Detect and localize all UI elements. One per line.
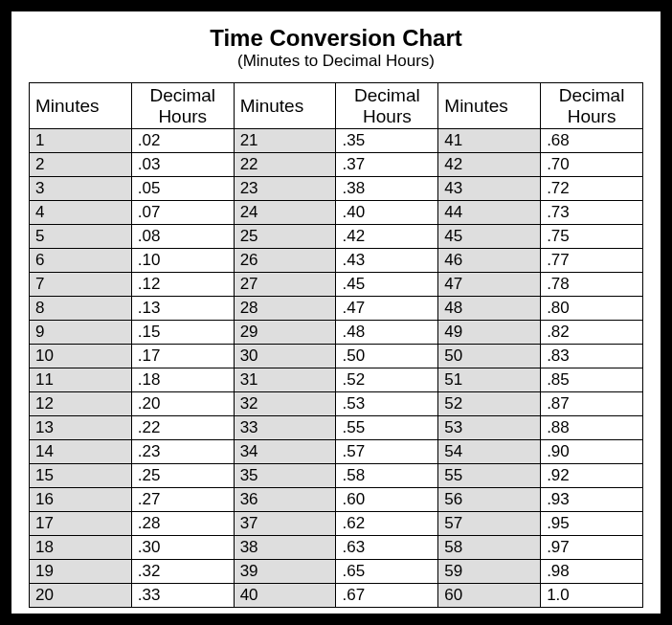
cell-decimal: .37 — [336, 153, 438, 177]
table-row: 10.1730.5050.83 — [30, 345, 643, 368]
cell-decimal: .80 — [541, 297, 643, 321]
cell-minutes: 3 — [30, 177, 132, 201]
table-row: 16.2736.6056.93 — [30, 488, 643, 512]
cell-minutes: 55 — [438, 464, 541, 488]
cell-decimal: .72 — [541, 177, 643, 201]
cell-minutes: 25 — [234, 225, 336, 249]
table-row: 17.2837.6257.95 — [30, 512, 643, 536]
cell-decimal: .42 — [336, 225, 438, 249]
table-row: 19.3239.6559.98 — [30, 560, 643, 584]
table-row: 15.2535.5855.92 — [30, 464, 643, 488]
cell-minutes: 46 — [438, 249, 541, 273]
cell-minutes: 49 — [438, 321, 541, 345]
cell-minutes: 40 — [234, 584, 336, 608]
cell-minutes: 11 — [30, 368, 132, 392]
cell-decimal: .48 — [336, 321, 438, 345]
table-row: 3.0523.3843.72 — [30, 177, 643, 201]
cell-minutes: 37 — [234, 512, 336, 536]
cell-minutes: 20 — [30, 584, 132, 608]
table-row: 11.1831.5251.85 — [30, 368, 643, 392]
cell-decimal: .52 — [336, 368, 438, 392]
cell-minutes: 34 — [234, 440, 336, 464]
cell-decimal: .57 — [336, 440, 438, 464]
cell-minutes: 38 — [234, 536, 336, 560]
cell-minutes: 44 — [438, 201, 541, 225]
cell-minutes: 32 — [234, 392, 336, 416]
cell-minutes: 12 — [30, 392, 132, 416]
cell-decimal: .77 — [541, 249, 643, 273]
cell-decimal: .13 — [131, 297, 234, 321]
table-row: 5.0825.4245.75 — [30, 225, 643, 249]
cell-decimal: .17 — [131, 345, 234, 368]
cell-minutes: 50 — [438, 345, 541, 368]
cell-decimal: .95 — [541, 512, 643, 536]
cell-decimal: .73 — [541, 201, 643, 225]
cell-minutes: 15 — [30, 464, 132, 488]
col-minutes-3: Minutes — [438, 83, 541, 129]
cell-decimal: .53 — [336, 392, 438, 416]
cell-decimal: .07 — [131, 201, 234, 225]
chart-subtitle: (Minutes to Decimal Hours) — [29, 52, 643, 71]
cell-minutes: 35 — [234, 464, 336, 488]
table-row: 4.0724.4044.73 — [30, 201, 643, 225]
cell-minutes: 6 — [30, 249, 132, 273]
cell-decimal: .88 — [541, 416, 643, 440]
cell-minutes: 33 — [234, 416, 336, 440]
cell-decimal: .15 — [131, 321, 234, 345]
cell-decimal: .12 — [131, 273, 234, 297]
cell-minutes: 5 — [30, 225, 132, 249]
cell-minutes: 19 — [30, 560, 132, 584]
cell-minutes: 39 — [234, 560, 336, 584]
cell-minutes: 29 — [234, 321, 336, 345]
cell-decimal: .25 — [131, 464, 234, 488]
col-decimal-1: DecimalHours — [131, 83, 234, 129]
cell-minutes: 52 — [438, 392, 541, 416]
table-row: 20.3340.67601.0 — [30, 584, 643, 608]
cell-decimal: .67 — [336, 584, 438, 608]
cell-decimal: .82 — [541, 321, 643, 345]
cell-minutes: 30 — [234, 345, 336, 368]
cell-decimal: .23 — [131, 440, 234, 464]
cell-decimal: .28 — [131, 512, 234, 536]
cell-decimal: .43 — [336, 249, 438, 273]
col-decimal-2: DecimalHours — [336, 83, 438, 129]
cell-minutes: 53 — [438, 416, 541, 440]
cell-minutes: 41 — [438, 129, 541, 153]
cell-minutes: 48 — [438, 297, 541, 321]
cell-minutes: 47 — [438, 273, 541, 297]
cell-decimal: .30 — [131, 536, 234, 560]
conversion-table: Minutes DecimalHours Minutes DecimalHour… — [29, 82, 643, 608]
cell-decimal: .05 — [131, 177, 234, 201]
cell-decimal: 1.0 — [541, 584, 643, 608]
cell-decimal: .92 — [541, 464, 643, 488]
cell-decimal: .33 — [131, 584, 234, 608]
table-row: 2.0322.3742.70 — [30, 153, 643, 177]
cell-decimal: .75 — [541, 225, 643, 249]
cell-decimal: .58 — [336, 464, 438, 488]
cell-decimal: .50 — [336, 345, 438, 368]
cell-decimal: .85 — [541, 368, 643, 392]
cell-minutes: 4 — [30, 201, 132, 225]
cell-decimal: .68 — [541, 129, 643, 153]
cell-minutes: 59 — [438, 560, 541, 584]
table-row: 12.2032.5352.87 — [30, 392, 643, 416]
cell-minutes: 2 — [30, 153, 132, 177]
cell-decimal: .38 — [336, 177, 438, 201]
cell-minutes: 14 — [30, 440, 132, 464]
cell-minutes: 56 — [438, 488, 541, 512]
cell-decimal: .97 — [541, 536, 643, 560]
cell-decimal: .20 — [131, 392, 234, 416]
table-row: 7.1227.4547.78 — [30, 273, 643, 297]
table-header-row: Minutes DecimalHours Minutes DecimalHour… — [30, 83, 643, 129]
cell-minutes: 16 — [30, 488, 132, 512]
cell-decimal: .08 — [131, 225, 234, 249]
col-decimal-3: DecimalHours — [541, 83, 643, 129]
cell-decimal: .35 — [336, 129, 438, 153]
cell-minutes: 1 — [30, 129, 132, 153]
cell-decimal: .65 — [336, 560, 438, 584]
cell-decimal: .90 — [541, 440, 643, 464]
table-row: 14.2334.5754.90 — [30, 440, 643, 464]
cell-minutes: 26 — [234, 249, 336, 273]
cell-minutes: 51 — [438, 368, 541, 392]
cell-minutes: 60 — [438, 584, 541, 608]
